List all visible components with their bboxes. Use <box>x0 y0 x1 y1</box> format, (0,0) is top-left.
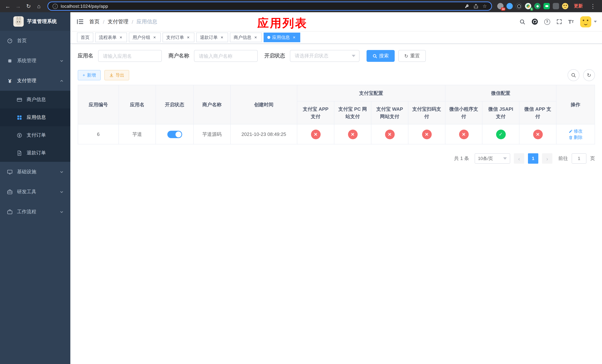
browser-reload-icon[interactable]: ↻ <box>24 1 33 11</box>
extension-green-circle-icon[interactable] <box>534 3 540 9</box>
tab-close-icon[interactable]: × <box>292 35 297 40</box>
extension-badge-count: 1 <box>530 7 533 11</box>
password-key-icon[interactable] <box>465 4 470 9</box>
sidebar-item-workflow[interactable]: 工作流程 <box>0 202 70 222</box>
tab-refund-orders[interactable]: 退款订单× <box>196 32 228 42</box>
grid-icon <box>16 115 22 120</box>
cell-wechat-lite <box>445 124 482 144</box>
hide-search-button[interactable] <box>568 69 580 81</box>
yen-icon: ¥ <box>7 78 13 84</box>
extension-gray-puzzle-icon[interactable] <box>553 3 559 9</box>
search-button-label: 搜索 <box>379 53 389 59</box>
extension-puzzle-icon[interactable]: 10 <box>497 3 504 9</box>
tab-home[interactable]: 首页 <box>77 32 93 42</box>
sidebar-item-label: 系统管理 <box>17 57 55 64</box>
browser-update-button[interactable]: 更新 <box>571 2 585 10</box>
sidebar-item-payment[interactable]: ¥ 支付管理 <box>0 71 70 91</box>
avatar[interactable] <box>580 16 591 27</box>
page-size-select[interactable]: 10条/页 <box>475 153 510 164</box>
browser-menu-icon[interactable]: ⋮ <box>588 3 598 10</box>
github-icon[interactable] <box>531 19 538 25</box>
main-area: 应用列表 首页 / 支付管理 / 应用信息 <box>70 12 602 364</box>
coin-icon <box>16 132 22 138</box>
tab-user-group[interactable]: 用户分组× <box>129 32 161 42</box>
dashboard-icon <box>7 38 13 43</box>
tab-process-form[interactable]: 流程表单× <box>95 32 127 42</box>
briefcase-icon <box>7 209 13 214</box>
chevron-down-icon <box>60 170 64 174</box>
refresh-table-button[interactable]: ↻ <box>583 69 595 81</box>
merchant-name-input[interactable] <box>194 50 258 62</box>
export-button[interactable]: 导出 <box>104 70 129 80</box>
document-icon <box>16 150 22 156</box>
sidebar-item-home[interactable]: 首页 <box>0 31 70 51</box>
url-text[interactable]: localhost:1024/pay/app <box>61 3 462 9</box>
download-icon <box>109 73 114 77</box>
extension-dark-icon[interactable] <box>516 3 522 9</box>
breadcrumb-home[interactable]: 首页 <box>89 18 100 25</box>
current-page-button[interactable]: 1 <box>528 153 538 164</box>
tab-close-icon[interactable]: × <box>186 35 191 40</box>
bookmark-star-icon[interactable]: ☆ <box>483 3 487 9</box>
sidebar-logo[interactable]: 芋道管理系统 <box>0 12 70 31</box>
col-header-app-name: 应用名 <box>119 85 156 124</box>
site-info-icon[interactable]: i <box>53 3 58 9</box>
col-header-created: 创建时间 <box>230 85 297 124</box>
help-icon[interactable]: ? <box>544 19 550 25</box>
tab-close-icon[interactable]: × <box>253 35 258 40</box>
next-page-button[interactable]: › <box>542 153 552 164</box>
page-content: 应用名 商户名称 开启状态 请选择开启状态 搜索 ↻ 重置 <box>70 44 602 364</box>
cell-alipay-app <box>297 124 334 144</box>
search-icon <box>372 54 377 58</box>
extension-emoji-icon[interactable] <box>562 3 568 9</box>
tab-close-icon[interactable]: × <box>118 35 123 40</box>
tab-pay-orders[interactable]: 支付订单× <box>162 32 194 42</box>
tab-close-icon[interactable]: × <box>220 35 224 40</box>
sidebar-item-refund-orders[interactable]: 退款订单 <box>0 144 70 162</box>
sidebar-item-merchant-info[interactable]: 商户信息 <box>0 91 70 108</box>
search-icon[interactable] <box>519 19 525 25</box>
reset-button[interactable]: ↻ 重置 <box>398 50 426 62</box>
col-header-app-id: 应用编号 <box>78 85 119 124</box>
extension-blue-icon[interactable] <box>506 3 513 9</box>
sidebar-item-label: 应用信息 <box>27 114 64 121</box>
sidebar-item-dev-tools[interactable]: 研发工具 <box>0 182 70 202</box>
address-bar[interactable]: i localhost:1024/pay/app ☆ <box>47 1 492 11</box>
col-header-merchant: 商户名称 <box>194 85 230 124</box>
app-name-input[interactable] <box>98 50 162 62</box>
breadcrumb-payment[interactable]: 支付管理 <box>108 18 129 25</box>
font-size-icon[interactable]: TT <box>568 19 574 24</box>
search-button[interactable]: 搜索 <box>366 50 395 62</box>
fullscreen-icon[interactable] <box>556 19 562 24</box>
browser-back-icon[interactable]: ← <box>3 1 13 11</box>
prev-page-button[interactable]: ‹ <box>514 153 524 164</box>
browser-forward-icon[interactable]: → <box>13 1 23 11</box>
extension-avatar-icon[interactable]: 1 <box>525 3 531 9</box>
edit-button[interactable]: 修改 <box>569 128 582 134</box>
user-menu[interactable] <box>580 16 597 27</box>
delete-label: 删除 <box>574 134 582 140</box>
status-toggle[interactable] <box>167 130 182 138</box>
goto-page-input[interactable] <box>572 153 586 164</box>
tab-merchant-info[interactable]: 商户信息× <box>230 32 262 42</box>
page-banner: 应用列表 <box>257 16 308 31</box>
sidebar-item-system[interactable]: 系统管理 <box>0 51 70 71</box>
share-icon[interactable] <box>474 4 479 9</box>
browser-home-icon[interactable]: ⌂ <box>34 1 44 11</box>
alipay-qr-status-icon <box>422 129 431 139</box>
tab-close-icon[interactable]: × <box>152 35 157 40</box>
sidebar-item-app-info[interactable]: 应用信息 <box>0 108 70 126</box>
pagination-total: 共 1 条 <box>454 155 469 162</box>
sidebar-fold-icon[interactable] <box>77 19 83 24</box>
add-button[interactable]: + 新增 <box>78 70 101 80</box>
tab-label: 用户分组 <box>133 34 150 41</box>
browser-toolbar: ← → ↻ ⌂ i localhost:1024/pay/app ☆ 10 <box>0 0 602 12</box>
tab-app-info[interactable]: 应用信息× <box>264 32 300 42</box>
delete-button[interactable]: 删除 <box>569 134 582 140</box>
sidebar-item-pay-orders[interactable]: 支付订单 <box>0 126 70 144</box>
status-select[interactable]: 请选择开启状态 <box>290 50 359 62</box>
sidebar-item-infrastructure[interactable]: 基础设施 <box>0 162 70 182</box>
extension-wechat-icon[interactable] <box>544 3 550 9</box>
status-select-placeholder: 请选择开启状态 <box>295 53 328 59</box>
app-table: 应用编号 应用名 开启状态 商户名称 创建时间 支付宝配置 微信配置 操作 支付… <box>78 85 595 144</box>
